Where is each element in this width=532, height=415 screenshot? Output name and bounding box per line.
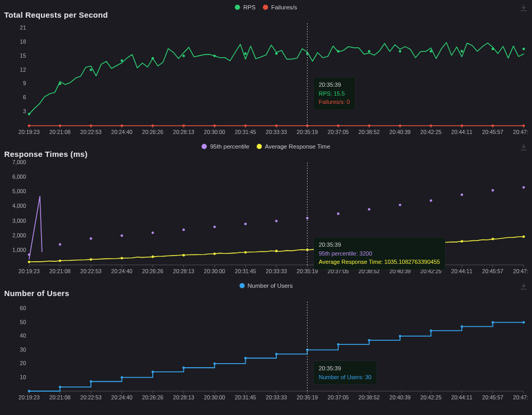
download-icon[interactable] — [520, 4, 528, 12]
svg-text:20:19:23: 20:19:23 — [19, 268, 40, 274]
svg-text:40: 40 — [20, 332, 26, 339]
svg-point-43 — [59, 83, 61, 85]
svg-point-127 — [275, 220, 278, 222]
svg-point-205 — [337, 343, 340, 346]
svg-point-72 — [430, 125, 432, 127]
svg-point-203 — [275, 353, 278, 355]
svg-point-65 — [214, 125, 216, 127]
svg-text:15: 15 — [20, 52, 26, 59]
svg-point-136 — [28, 261, 31, 263]
svg-point-152 — [523, 235, 525, 238]
legend-item[interactable]: Average Response Time — [257, 143, 330, 150]
svg-point-57 — [491, 48, 494, 50]
svg-text:20:45:57: 20:45:57 — [482, 129, 503, 135]
svg-text:30: 30 — [20, 346, 26, 353]
svg-point-143 — [244, 251, 247, 253]
download-icon[interactable] — [520, 143, 528, 152]
svg-text:20:35:19: 20:35:19 — [297, 129, 318, 135]
svg-point-60 — [59, 125, 61, 127]
chart-title: Total Requests per Second — [4, 10, 528, 19]
svg-text:3,000: 3,000 — [12, 218, 26, 224]
svg-point-121 — [90, 237, 92, 240]
tooltip-rt: 20:35:3995th percentile: 3200Average Res… — [314, 237, 445, 270]
svg-text:5,000: 5,000 — [12, 188, 26, 194]
svg-point-64 — [182, 125, 185, 127]
svg-point-131 — [399, 204, 402, 206]
svg-text:20:35:19: 20:35:19 — [297, 394, 318, 400]
legend-item[interactable]: Number of Users — [240, 283, 293, 289]
svg-point-140 — [152, 256, 154, 258]
svg-point-126 — [244, 223, 247, 225]
svg-point-125 — [214, 225, 216, 228]
svg-point-209 — [461, 325, 463, 328]
svg-point-53 — [368, 50, 370, 52]
svg-point-196 — [59, 386, 61, 389]
svg-point-69 — [337, 125, 340, 127]
svg-text:20:21:08: 20:21:08 — [49, 394, 71, 400]
svg-point-122 — [121, 234, 123, 237]
svg-point-71 — [399, 125, 402, 127]
svg-text:20:22:53: 20:22:53 — [81, 394, 102, 400]
svg-text:20:24:40: 20:24:40 — [111, 268, 132, 274]
svg-text:50: 50 — [20, 319, 26, 325]
svg-text:4,000: 4,000 — [12, 203, 26, 209]
svg-point-74 — [491, 125, 494, 127]
svg-text:20:44:11: 20:44:11 — [451, 268, 473, 274]
svg-text:20:26:26: 20:26:26 — [142, 268, 164, 274]
svg-text:7,000: 7,000 — [12, 159, 26, 165]
svg-point-55 — [430, 50, 432, 52]
svg-point-63 — [152, 125, 154, 127]
svg-point-139 — [121, 257, 123, 260]
chart-users[interactable]: 10203040506020:19:2320:21:0820:22:5320:2… — [4, 299, 528, 403]
legend-item[interactable]: RPS — [235, 4, 256, 10]
svg-point-44 — [90, 69, 92, 71]
svg-text:20:31:45: 20:31:45 — [235, 268, 256, 274]
svg-point-42 — [28, 113, 31, 115]
svg-text:20:33:33: 20:33:33 — [266, 268, 287, 274]
legend-item[interactable]: 95th percentile — [202, 143, 249, 150]
svg-text:20:21:08: 20:21:08 — [49, 268, 71, 274]
svg-point-144 — [275, 250, 278, 252]
svg-text:12: 12 — [20, 66, 26, 73]
svg-text:20:40:39: 20:40:39 — [390, 394, 411, 400]
svg-point-197 — [90, 380, 92, 383]
svg-text:10: 10 — [20, 374, 26, 380]
svg-text:20:44:11: 20:44:11 — [451, 394, 473, 400]
svg-point-52 — [337, 50, 340, 52]
svg-point-133 — [461, 194, 463, 196]
svg-point-56 — [461, 50, 463, 52]
chart-rps[interactable]: 3691215182120:19:2320:21:0820:22:5320:24… — [4, 20, 528, 137]
svg-point-119 — [28, 253, 31, 256]
svg-point-198 — [121, 376, 123, 379]
svg-text:20:26:26: 20:26:26 — [142, 129, 164, 135]
svg-point-207 — [399, 335, 402, 338]
svg-point-132 — [430, 199, 432, 202]
svg-text:2,000: 2,000 — [12, 232, 26, 238]
svg-text:20:33:33: 20:33:33 — [266, 129, 287, 135]
svg-text:20:42:25: 20:42:25 — [420, 394, 442, 400]
svg-point-48 — [214, 55, 216, 57]
svg-point-150 — [461, 240, 463, 243]
svg-point-141 — [182, 254, 185, 257]
svg-point-45 — [121, 59, 123, 62]
download-icon[interactable] — [520, 283, 528, 291]
svg-point-66 — [244, 125, 247, 127]
svg-point-59 — [28, 125, 31, 127]
svg-point-49 — [244, 52, 247, 55]
chart-title: Response Times (ms) — [4, 150, 528, 158]
svg-point-208 — [430, 329, 432, 332]
svg-text:20:44:11: 20:44:11 — [451, 129, 473, 135]
svg-point-67 — [275, 125, 278, 127]
svg-point-195 — [28, 390, 31, 393]
svg-point-199 — [152, 371, 154, 373]
svg-point-54 — [399, 50, 402, 52]
svg-text:20:28:13: 20:28:13 — [173, 268, 194, 274]
chart-rt[interactable]: 1,0002,0003,0004,0005,0006,0007,00020:19… — [4, 159, 528, 276]
legend-rps: RPSFailures/s — [4, 3, 528, 10]
panel-rt: 95th percentileAverage Response Time Res… — [0, 139, 532, 278]
svg-text:20:19:23: 20:19:23 — [19, 129, 40, 135]
legend-item[interactable]: Failures/s — [263, 4, 297, 10]
svg-text:60: 60 — [20, 305, 26, 311]
svg-point-70 — [368, 125, 370, 127]
svg-text:20:47:42: 20:47:42 — [513, 268, 528, 274]
